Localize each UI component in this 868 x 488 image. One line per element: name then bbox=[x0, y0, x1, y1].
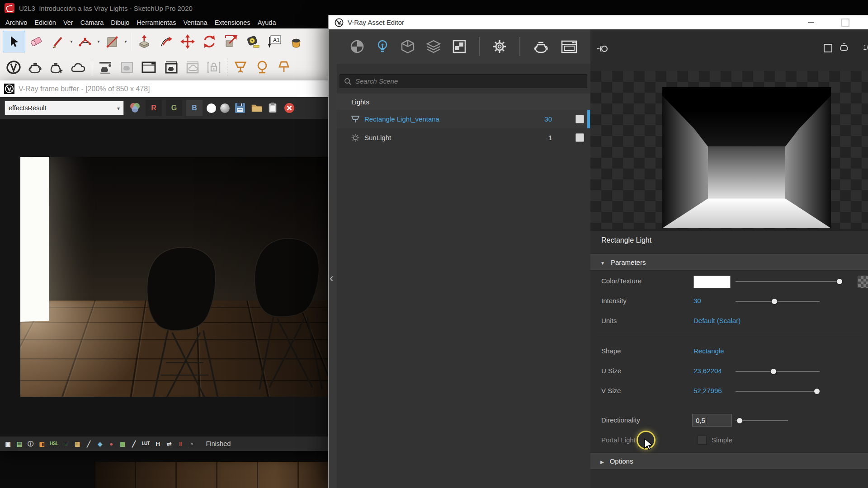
viewport-render-secondary-button[interactable] bbox=[116, 57, 138, 78]
settings-gear-icon[interactable] bbox=[491, 38, 508, 55]
region-icon[interactable]: ▫ bbox=[188, 441, 195, 447]
gray-swatch-button[interactable] bbox=[220, 103, 230, 113]
preview-render-icon[interactable] bbox=[839, 42, 850, 52]
stereo-icon[interactable]: ‖ bbox=[177, 441, 184, 447]
pin-preview-icon[interactable] bbox=[596, 43, 609, 55]
intensity-value[interactable]: 30 bbox=[693, 297, 701, 305]
hsl-icon[interactable]: HSL bbox=[50, 441, 58, 446]
save-image-icon[interactable] bbox=[234, 102, 246, 114]
layers-icon[interactable]: ▤ bbox=[16, 441, 23, 447]
select-tool-button[interactable] bbox=[3, 31, 25, 52]
vray-spot-light-button[interactable] bbox=[273, 57, 295, 78]
frame-buffer-button-icon[interactable] bbox=[560, 39, 578, 54]
white-balance-icon[interactable]: ◆ bbox=[97, 441, 104, 447]
menu-dibujo[interactable]: Dibujo bbox=[107, 19, 133, 26]
vfb-canvas[interactable] bbox=[0, 119, 335, 436]
menu-extensiones[interactable]: Extensiones bbox=[211, 19, 254, 26]
collapse-left-panel-icon[interactable]: ‹ bbox=[330, 272, 334, 284]
render-elements-tab-icon[interactable] bbox=[452, 39, 467, 54]
paint-bucket-tool-button[interactable] bbox=[285, 31, 307, 52]
u-size-value[interactable]: 23,62204 bbox=[693, 367, 722, 375]
curve-icon[interactable]: ╱ bbox=[131, 441, 137, 447]
lights-section-header[interactable]: Lights bbox=[337, 94, 590, 110]
move-tool-button[interactable] bbox=[177, 31, 198, 52]
light-list-item-sunlight[interactable]: SunLight 1 bbox=[337, 128, 590, 147]
minimize-icon[interactable] bbox=[808, 22, 814, 23]
color-swatch[interactable] bbox=[693, 276, 731, 288]
light-item-enabled-checkbox[interactable] bbox=[576, 133, 584, 142]
color-wheel-icon[interactable]: ● bbox=[108, 441, 115, 447]
intensity-slider-knob[interactable] bbox=[772, 299, 777, 304]
lock-scene-button[interactable] bbox=[203, 57, 225, 78]
vray-render-interactive-button[interactable] bbox=[46, 57, 68, 78]
background-image-icon[interactable]: ▦ bbox=[74, 441, 81, 447]
menu-cámara[interactable]: Cámara bbox=[77, 19, 108, 26]
vray-render-button[interactable] bbox=[24, 57, 46, 78]
blue-channel-button[interactable]: B bbox=[186, 100, 203, 116]
v-size-slider-knob[interactable] bbox=[814, 389, 820, 394]
open-folder-icon[interactable] bbox=[250, 102, 263, 114]
scale-tool-button[interactable] bbox=[220, 31, 242, 52]
display-correction-icon[interactable]: ▣ bbox=[5, 441, 11, 447]
vray-sphere-light-button[interactable] bbox=[251, 57, 273, 78]
exposure-icon[interactable]: ◧ bbox=[38, 441, 45, 447]
menu-ayuda[interactable]: Ayuda bbox=[254, 19, 280, 26]
light-item-enabled-checkbox[interactable] bbox=[576, 115, 584, 123]
menu-archivo[interactable]: Archivo bbox=[2, 19, 31, 26]
textures-tab-icon[interactable] bbox=[425, 39, 442, 54]
geometry-tab-icon[interactable] bbox=[400, 39, 415, 54]
u-size-slider[interactable] bbox=[736, 371, 820, 372]
dimension-tool-button[interactable]: A1 bbox=[264, 31, 285, 52]
menu-ventana[interactable]: Ventana bbox=[179, 19, 211, 26]
cloud-batch-button[interactable] bbox=[181, 57, 203, 78]
simple-checkbox[interactable] bbox=[698, 436, 707, 445]
shape-value[interactable]: Rectangle bbox=[693, 347, 724, 355]
texture-slot[interactable] bbox=[858, 276, 868, 288]
lut-icon[interactable]: LUT bbox=[142, 441, 150, 446]
red-channel-button[interactable]: R bbox=[146, 100, 162, 116]
eraser-tool-button[interactable] bbox=[25, 31, 47, 52]
vfb-channel-dropdown[interactable]: effectsResult bbox=[5, 101, 124, 115]
lights-tab-icon[interactable] bbox=[375, 39, 390, 54]
search-input[interactable]: Search Scene bbox=[340, 74, 587, 88]
menu-herramientas[interactable]: Herramientas bbox=[133, 19, 179, 26]
vray-rectangle-light-button[interactable] bbox=[230, 57, 251, 78]
arc-tool-button[interactable] bbox=[74, 31, 96, 52]
rotate-tool-button[interactable] bbox=[198, 31, 220, 52]
color-slider-knob[interactable] bbox=[837, 279, 842, 284]
pencil-icon[interactable]: ╱ bbox=[85, 441, 92, 447]
color-corrections-icon[interactable]: ▩ bbox=[119, 441, 126, 447]
copy-clipboard-icon[interactable] bbox=[267, 102, 279, 114]
rgb-channels-icon[interactable] bbox=[128, 101, 142, 115]
menu-ver[interactable]: Ver bbox=[60, 19, 77, 26]
viewport-render-button[interactable] bbox=[94, 57, 116, 78]
arc-tool-dropdown[interactable]: ▾ bbox=[96, 39, 101, 44]
intensity-slider[interactable] bbox=[736, 301, 820, 302]
tape-measure-tool-button[interactable] bbox=[242, 31, 264, 52]
rectangle-tool-button[interactable] bbox=[101, 31, 123, 52]
rectangle-tool-dropdown[interactable]: ▾ bbox=[123, 39, 128, 44]
directionality-slider[interactable] bbox=[736, 420, 788, 421]
follow-me-tool-button[interactable] bbox=[155, 31, 177, 52]
directionality-slider-knob[interactable] bbox=[737, 418, 742, 423]
compare-icon[interactable]: ⇄ bbox=[165, 441, 172, 447]
render-button-icon[interactable] bbox=[532, 39, 550, 54]
batch-render-button[interactable] bbox=[160, 57, 181, 78]
maximize-icon[interactable] bbox=[841, 19, 849, 27]
u-size-slider-knob[interactable] bbox=[771, 369, 776, 374]
units-value[interactable]: Default (Scalar) bbox=[693, 317, 741, 324]
materials-tab-icon[interactable] bbox=[349, 39, 365, 54]
v-size-slider[interactable] bbox=[736, 391, 820, 392]
parameters-section-header[interactable]: Parameters bbox=[590, 253, 868, 271]
stop-render-icon[interactable] bbox=[283, 102, 296, 114]
frame-buffer-window-button[interactable] bbox=[138, 57, 160, 78]
levels-icon[interactable]: ≡ bbox=[63, 441, 70, 447]
light-list-item-rectangle-light[interactable]: Rectangle Light_ventana 30 bbox=[337, 110, 590, 128]
options-section-header[interactable]: Options bbox=[590, 452, 868, 469]
chaos-cloud-button[interactable] bbox=[68, 57, 90, 78]
directionality-input[interactable]: 0,5 bbox=[692, 414, 732, 427]
vray-logo-button[interactable] bbox=[3, 57, 24, 78]
green-channel-button[interactable]: G bbox=[166, 100, 182, 116]
push-pull-tool-button[interactable] bbox=[133, 31, 155, 52]
info-icon[interactable]: ⓘ bbox=[27, 441, 34, 447]
